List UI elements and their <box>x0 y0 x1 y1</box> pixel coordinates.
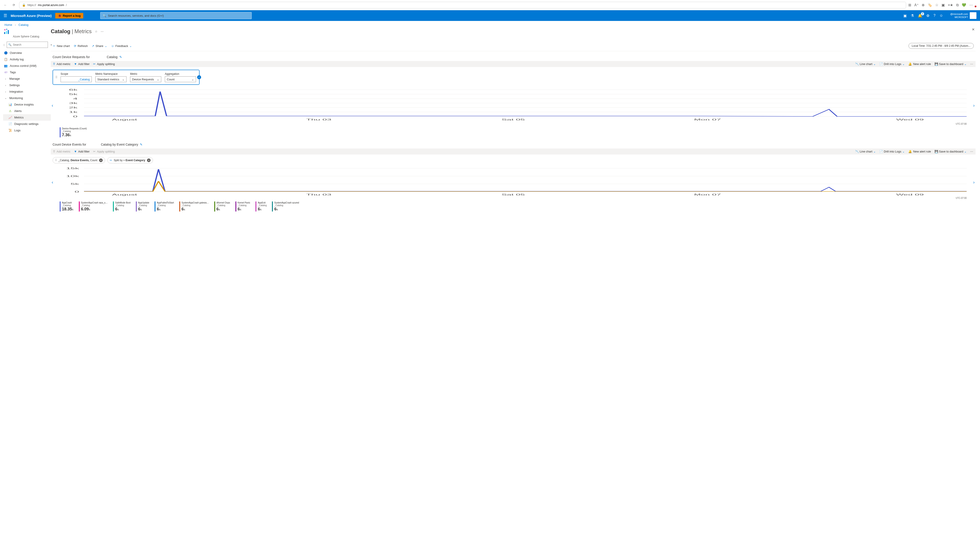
remove-chip-button[interactable]: ✕ <box>147 159 151 162</box>
save-dashboard-button[interactable]: 💾Save to dashboard⌄ <box>935 62 967 66</box>
confirm-button[interactable]: ✓ <box>197 75 201 79</box>
add-metric-button: ⠿Add metric <box>53 150 70 153</box>
nav-monitoring[interactable]: ⌄Monitoring <box>3 95 51 101</box>
legend-item[interactable]: SystemAppCrash gatewa…_Catalog6k <box>179 202 209 211</box>
nav-tags[interactable]: 🏷Tags <box>3 69 51 75</box>
report-bug-button[interactable]: Report a bug <box>55 13 83 19</box>
nav-search[interactable]: 🔍 <box>7 41 48 48</box>
notifications-icon[interactable]: 🔔2 <box>918 14 922 18</box>
product-name[interactable]: Microsoft Azure (Preview) <box>11 14 52 17</box>
edit-title-button[interactable]: ✎ <box>140 143 143 146</box>
metric-selector[interactable]: Device Requests⌄ <box>130 76 161 82</box>
new-alert-button[interactable]: 🔔New alert rule <box>908 62 931 66</box>
feedback-button[interactable]: ☺Feedback⌄ <box>111 44 132 48</box>
address-bar[interactable]: 🔒 https://ms.portal.azure.com/ <box>19 2 906 8</box>
chart-next-button[interactable]: › <box>973 179 975 185</box>
add-metric-button[interactable]: ⠿Add metric <box>53 62 70 66</box>
time-range-picker[interactable]: Local Time: 7/31 2:45 PM - 8/9 2:45 PM (… <box>908 43 974 49</box>
chart2-title-mid: Catalog by Event Category <box>101 143 138 146</box>
split-icon[interactable]: ▣ <box>942 3 945 7</box>
apply-splitting-button[interactable]: ✂Apply splitting <box>93 62 115 66</box>
legend-item[interactable]: SystemAppCrash wpa_s…_Catalog6.09k <box>79 202 108 211</box>
nav-settings[interactable]: ›Settings <box>3 82 51 88</box>
directory-icon[interactable]: ⚗ <box>911 14 914 18</box>
refresh-button[interactable]: ⟳Refresh <box>74 44 88 48</box>
breadcrumb-catalog[interactable]: Catalog <box>19 23 29 27</box>
favorite-icon[interactable]: ☆ <box>935 3 939 7</box>
legend-item[interactable]: AppFailedToStart_Catalog6k <box>154 202 174 211</box>
nav-integration[interactable]: ›Integration <box>3 88 51 95</box>
read-aloud-icon[interactable]: A⁺ <box>914 3 918 7</box>
nav-metrics[interactable]: 📈Metrics <box>3 114 51 121</box>
more-commands-icon[interactable]: ⋯ <box>101 30 104 33</box>
menu-button[interactable]: ☰ <box>3 13 7 18</box>
nav-manage[interactable]: ›Manage <box>3 75 51 82</box>
new-chart-button[interactable]: ＋New chart <box>52 44 70 48</box>
legend-label: SystemAppCrash gatewa… <box>181 202 209 204</box>
chart-prev-button[interactable]: ‹ <box>52 179 53 185</box>
feedback-icon[interactable]: ☺ <box>939 14 943 17</box>
nav-device-insights[interactable]: 📊Device insights <box>3 101 51 108</box>
nav-logs[interactable]: 📜Logs <box>3 127 51 133</box>
chart-type-dropdown[interactable]: 📉Line chart⌄ <box>855 62 876 66</box>
help-icon[interactable]: ? <box>934 14 935 17</box>
add-filter-button[interactable]: ▼Add filter <box>74 150 89 153</box>
save-dashboard-button[interactable]: 💾Save to dashboard⌄ <box>935 150 967 153</box>
namespace-label: Metric Namespace <box>95 72 127 75</box>
legend-item[interactable]: SystemAppCrash azured_Catalog6k <box>272 202 299 211</box>
more-icon[interactable]: ⋯ <box>969 3 973 7</box>
global-search-input[interactable] <box>108 14 249 17</box>
legend-item[interactable]: SafeMode Boot_Catalog6k <box>113 202 130 211</box>
chart-type-dropdown[interactable]: 📉Line chart⌄ <box>855 150 876 153</box>
nav-activity-log[interactable]: 📋Activity log <box>3 56 51 63</box>
global-search[interactable]: 🔍 <box>100 12 252 19</box>
favorites-list-icon[interactable]: ≡★ <box>948 3 953 7</box>
chart-more-button[interactable]: ⋯ <box>970 62 973 66</box>
edit-title-button[interactable]: ✎ <box>119 55 122 59</box>
new-alert-button[interactable]: 🔔New alert rule <box>908 150 931 153</box>
zoom-icon[interactable]: ⊕ <box>922 3 924 7</box>
svg-text:Mon 07: Mon 07 <box>694 194 721 196</box>
legend-item[interactable]: dKernel Oops_Catalog6k <box>214 202 230 211</box>
line-chart-icon: 📉 <box>855 150 859 153</box>
drill-logs-button[interactable]: 📄Drill into Logs⌄ <box>879 150 905 153</box>
share-button[interactable]: ↗Share⌄ <box>92 44 107 48</box>
drag-handle-icon[interactable]: ⠿ <box>55 159 57 162</box>
nav-search-input[interactable] <box>13 43 46 46</box>
legend-item[interactable]: AppExit_Catalog6k <box>256 202 267 211</box>
aggregation-selector[interactable]: Count⌄ <box>165 76 196 82</box>
nav-access-control[interactable]: 👥Access control (IAM) <box>3 63 51 69</box>
chart-next-button[interactable]: › <box>973 103 975 108</box>
cloud-shell-icon[interactable]: ▣ <box>904 14 907 18</box>
drag-handle-icon[interactable]: ⠿ <box>55 75 57 79</box>
performance-icon[interactable]: 💚 <box>962 3 966 7</box>
collections-icon[interactable]: ⧉ <box>956 3 959 7</box>
shopping-icon[interactable]: 🏷️ <box>928 3 932 7</box>
extensions-icon[interactable]: ⊞ <box>908 3 911 7</box>
drill-logs-button[interactable]: 📄Drill into Logs⌄ <box>879 62 905 66</box>
settings-icon[interactable]: ⚙ <box>926 14 929 18</box>
account-menu[interactable]: @microsoft.com MICROSOFT <box>950 12 977 19</box>
nav-overview[interactable]: 🔵Overview <box>3 50 51 56</box>
nav-diagnostics[interactable]: 📄Diagnostic settings <box>3 121 51 127</box>
breadcrumb-home[interactable]: Home <box>5 23 12 27</box>
add-filter-button[interactable]: ▼Add filter <box>74 62 89 66</box>
legend-item[interactable]: AppCrash_Catalog18.35k <box>60 202 73 211</box>
remove-chip-button[interactable]: ✕ <box>99 159 103 162</box>
favorite-star-icon[interactable]: ☆ <box>95 30 97 33</box>
chart-prev-button[interactable]: ‹ <box>52 103 53 108</box>
legend-item[interactable]: AppUpdate_Catalog6k <box>136 202 149 211</box>
svg-text:6k: 6k <box>69 89 78 91</box>
chart-more-button[interactable]: ⋯ <box>970 150 973 153</box>
namespace-selector[interactable]: Standard metrics⌄ <box>95 76 127 82</box>
back-button[interactable]: ← <box>2 2 8 8</box>
refresh-button[interactable]: ⟳ <box>11 2 17 8</box>
chevron-down-icon: ⌄ <box>902 150 905 153</box>
legend-item[interactable]: Kernel Panic_Catalog6k <box>235 202 250 211</box>
nav-alerts[interactable]: ⚠Alerts <box>3 108 51 114</box>
legend-unit: k <box>240 208 242 211</box>
metric-chip[interactable]: ⠿ _Catalog, Device Events, Count ✕ <box>52 157 105 164</box>
close-blade-button[interactable]: ✕ <box>972 27 975 32</box>
scope-selector[interactable]: _Catalog <box>60 76 92 82</box>
split-chip[interactable]: ✂ Split by = Event Category ✕ <box>107 157 153 164</box>
